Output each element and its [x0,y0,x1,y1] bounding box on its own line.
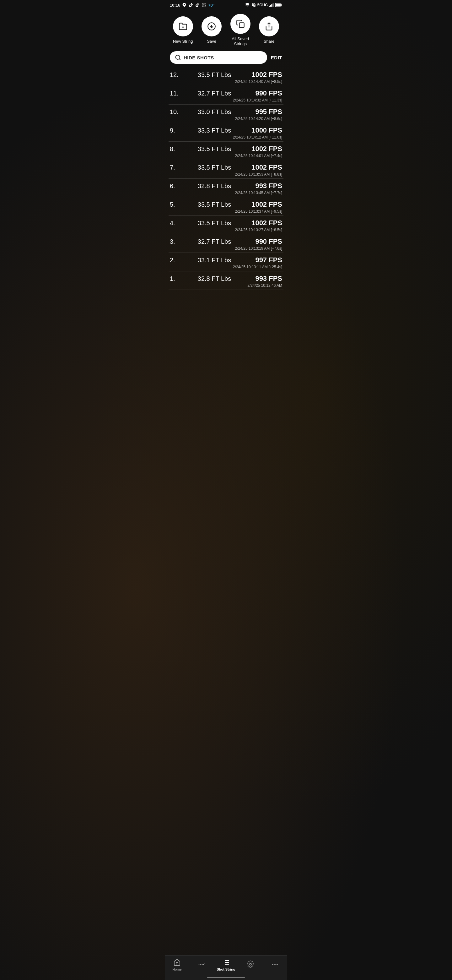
shot-number: 11. [170,90,181,97]
svg-rect-5 [272,3,273,6]
shot-energy: 32.8 FT Lbs [181,183,247,190]
svg-rect-9 [276,4,281,6]
shot-item[interactable]: 4. 33.5 FT Lbs 1002 FPS 2/24/25 10:13:27… [168,216,284,234]
shot-energy: 33.5 FT Lbs [181,220,247,227]
shot-list: 12. 33.5 FT Lbs 1002 FPS 2/24/25 10:14:4… [165,68,287,290]
shot-item[interactable]: 1. 32.8 FT Lbs 993 FPS 2/24/25 10:12:46 … [168,271,284,290]
tiktok-icon-1 [188,3,193,8]
shot-number: 1. [170,275,181,282]
shot-timestamp: 2/24/25 10:13:19 AM [+7.6s] [170,246,282,251]
shot-fps: 1000 FPS [247,126,282,134]
shot-item[interactable]: 6. 32.8 FT Lbs 993 FPS 2/24/25 10:13:45 … [168,179,284,197]
svg-rect-8 [282,4,282,6]
new-string-icon-circle [173,16,193,37]
all-saved-icon-circle [230,14,251,34]
shot-fps: 1002 FPS [247,71,282,79]
download-icon [207,22,216,31]
shot-timestamp: 2/24/25 10:14:32 AM [+11.3s] [170,98,282,102]
copy-icon [236,19,245,28]
shot-number: 6. [170,183,181,190]
shot-timestamp: 2/24/25 10:12:46 AM [170,283,282,288]
shot-timestamp: 2/24/25 10:13:27 AM [+8.5s] [170,228,282,232]
shot-number: 5. [170,201,181,208]
shot-timestamp: 2/24/25 10:13:53 AM [+8.8s] [170,172,282,177]
snapchat-icon [182,3,187,8]
shot-energy: 33.5 FT Lbs [181,164,247,171]
shot-fps: 993 FPS [247,275,282,283]
shot-number: 4. [170,220,181,227]
status-left: 10:16 70° [170,3,214,8]
shot-energy: 32.8 FT Lbs [181,275,247,282]
shot-energy: 33.0 FT Lbs [181,108,247,116]
shot-item[interactable]: 8. 33.5 FT Lbs 1002 FPS 2/24/25 10:14:01… [168,142,284,160]
shot-timestamp: 2/24/25 10:14:12 AM [+11.0s] [170,135,282,140]
svg-rect-6 [273,3,274,6]
share-label: Share [264,39,274,44]
shot-number: 7. [170,164,181,171]
search-edit-row: HIDE SHOTS EDIT [165,49,287,68]
time: 10:16 [170,3,180,8]
save-label: Save [207,39,216,44]
shot-fps: 995 FPS [247,108,282,116]
alarm-icon [245,3,250,8]
shot-item[interactable]: 2. 33.1 FT Lbs 997 FPS 2/24/25 10:13:11 … [168,253,284,271]
shot-item[interactable]: 11. 32.7 FT Lbs 990 FPS 2/24/25 10:14:32… [168,86,284,105]
all-saved-strings-button[interactable]: All SavedStrings [230,14,251,46]
shot-fps: 1002 FPS [247,219,282,227]
mute-icon [251,3,256,8]
shot-energy: 33.3 FT Lbs [181,127,247,134]
photos-icon [201,3,206,8]
search-icon [175,54,181,60]
shot-number: 12. [170,71,181,78]
shot-fps: 997 FPS [247,256,282,264]
new-string-button[interactable]: New String [173,16,193,44]
shot-energy: 32.7 FT Lbs [181,238,247,245]
save-button[interactable]: Save [201,16,222,44]
new-string-label: New String [173,39,193,44]
svg-point-16 [176,55,180,59]
action-buttons-row: New String Save All SavedStrings [165,9,287,49]
tiktok-icon-2 [195,3,200,8]
svg-line-17 [179,59,181,60]
temperature: 70° [208,3,214,8]
search-bar[interactable]: HIDE SHOTS [170,51,267,64]
shot-fps: 1002 FPS [247,200,282,208]
share-icon [265,22,273,31]
battery-icon [275,3,282,7]
shot-item[interactable]: 12. 33.5 FT Lbs 1002 FPS 2/24/25 10:14:4… [168,68,284,86]
shot-number: 10. [170,108,181,116]
shot-item[interactable]: 9. 33.3 FT Lbs 1000 FPS 2/24/25 10:14:12… [168,123,284,142]
status-bar: 10:16 70° 5GUC [165,0,287,9]
share-button[interactable]: Share [259,16,279,44]
shot-timestamp: 2/24/25 10:13:37 AM [+9.5s] [170,209,282,213]
shot-energy: 33.5 FT Lbs [181,201,247,208]
shot-fps: 993 FPS [247,182,282,190]
shot-fps: 1002 FPS [247,145,282,153]
shot-energy: 33.5 FT Lbs [181,71,247,78]
shot-energy: 32.7 FT Lbs [181,90,247,97]
shot-item[interactable]: 3. 32.7 FT Lbs 990 FPS 2/24/25 10:13:19 … [168,234,284,253]
edit-button[interactable]: EDIT [271,55,282,60]
shot-timestamp: 2/24/25 10:14:20 AM [+8.6s] [170,116,282,121]
shot-number: 2. [170,257,181,264]
shot-item[interactable]: 10. 33.0 FT Lbs 995 FPS 2/24/25 10:14:20… [168,105,284,123]
hide-shots-text: HIDE SHOTS [184,55,214,60]
svg-rect-3 [270,5,271,7]
svg-rect-2 [269,6,270,6]
shot-item[interactable]: 7. 33.5 FT Lbs 1002 FPS 2/24/25 10:13:53… [168,160,284,179]
shot-item[interactable]: 5. 33.5 FT Lbs 1002 FPS 2/24/25 10:13:37… [168,197,284,216]
shot-energy: 33.5 FT Lbs [181,145,247,153]
svg-rect-14 [239,23,244,28]
svg-rect-4 [271,5,272,7]
network: 5GUC [257,3,268,7]
shot-timestamp: 2/24/25 10:13:45 AM [+7.7s] [170,191,282,195]
shot-timestamp: 2/24/25 10:13:11 AM [+25.4s] [170,265,282,269]
status-right: 5GUC [245,3,282,8]
folder-plus-icon [179,22,187,31]
signal-icon [269,3,274,7]
shot-fps: 1002 FPS [247,163,282,172]
shot-timestamp: 2/24/25 10:14:40 AM [+8.5s] [170,80,282,84]
shot-number: 9. [170,127,181,134]
shot-energy: 33.1 FT Lbs [181,257,247,264]
save-icon-circle [201,16,222,37]
